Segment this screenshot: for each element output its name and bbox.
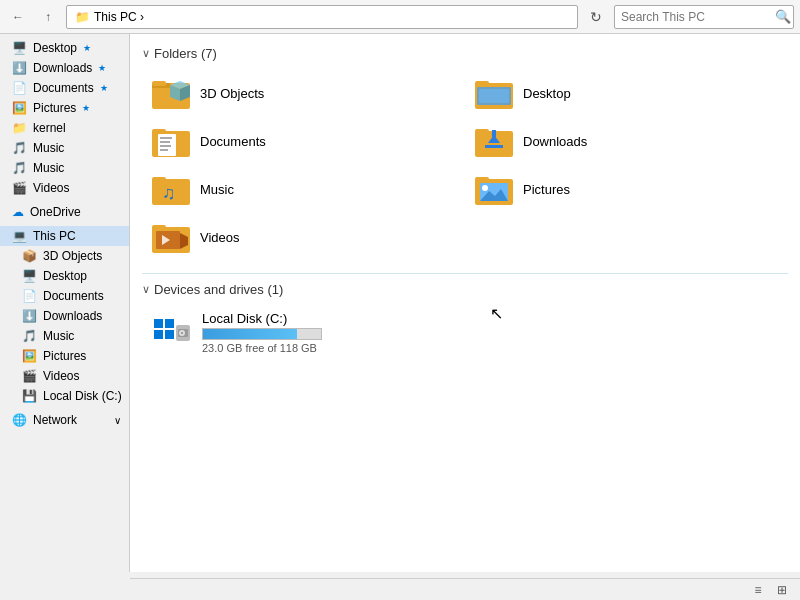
folder-icon-music: ♫ bbox=[152, 171, 192, 207]
svg-rect-13 bbox=[160, 137, 172, 139]
sidebar-label: Music bbox=[43, 329, 74, 343]
svg-rect-20 bbox=[492, 130, 496, 137]
sidebar-item-thispc[interactable]: 💻 This PC bbox=[0, 226, 129, 246]
folder-icon-documents bbox=[152, 123, 192, 159]
3d-icon: 📦 bbox=[22, 249, 37, 263]
music-icon: 🎵 bbox=[12, 141, 27, 155]
sidebar-label: Network bbox=[33, 413, 77, 427]
pin-icon: ★ bbox=[83, 43, 91, 53]
svg-rect-37 bbox=[154, 330, 163, 339]
pin-icon: ★ bbox=[82, 103, 90, 113]
svg-rect-16 bbox=[160, 149, 168, 151]
address-path[interactable]: 📁 This PC › bbox=[66, 5, 578, 29]
sidebar-label: 3D Objects bbox=[43, 249, 102, 263]
svg-point-42 bbox=[181, 332, 183, 334]
onedrive-icon: ☁ bbox=[12, 205, 24, 219]
network-icon: 🌐 bbox=[12, 413, 27, 427]
svg-rect-36 bbox=[165, 319, 174, 328]
folder-item-videos[interactable]: Videos bbox=[142, 213, 465, 261]
section-divider bbox=[142, 273, 788, 274]
refresh-button[interactable]: ↻ bbox=[584, 5, 608, 29]
svg-rect-7 bbox=[475, 81, 489, 86]
up-button[interactable]: ↑ bbox=[36, 5, 60, 29]
folder-item-music[interactable]: ♫ Music bbox=[142, 165, 465, 213]
sidebar-label: Videos bbox=[43, 369, 79, 383]
search-input[interactable] bbox=[621, 10, 771, 24]
drive-item-localdisk[interactable]: Local Disk (C:) 23.0 GB free of 118 GB bbox=[142, 305, 788, 360]
status-bar: ≡ ⊞ bbox=[130, 578, 800, 600]
sidebar-label: Music bbox=[33, 141, 64, 155]
sidebar-label: This PC bbox=[33, 229, 76, 243]
documents-icon2: 📄 bbox=[22, 289, 37, 303]
folder-item-desktop[interactable]: Desktop bbox=[465, 69, 788, 117]
sidebar-item-documents[interactable]: 📄 Documents ★ bbox=[0, 78, 129, 98]
back-button[interactable]: ← bbox=[6, 5, 30, 29]
sidebar-item-music3[interactable]: 🎵 Music bbox=[0, 326, 129, 346]
sidebar-item-desktop2[interactable]: 🖥️ Desktop bbox=[0, 266, 129, 286]
folders-section-header: Folders (7) bbox=[142, 46, 788, 61]
search-box[interactable]: 🔍 bbox=[614, 5, 794, 29]
sidebar: 🖥️ Desktop ★ ⬇️ Downloads ★ 📄 Documents … bbox=[0, 34, 130, 572]
sidebar-label: Pictures bbox=[43, 349, 86, 363]
address-text: This PC › bbox=[94, 10, 144, 24]
sidebar-label: Videos bbox=[33, 181, 69, 195]
sidebar-item-3dobjects[interactable]: 📦 3D Objects bbox=[0, 246, 129, 266]
folder-item-3dobjects[interactable]: 3D Objects bbox=[142, 69, 465, 117]
sidebar-item-pictures[interactable]: 🖼️ Pictures ★ bbox=[0, 98, 129, 118]
folder-label-pictures: Pictures bbox=[523, 182, 570, 197]
sidebar-label: Downloads bbox=[43, 309, 102, 323]
sidebar-item-documents2[interactable]: 📄 Documents bbox=[0, 286, 129, 306]
folder-label-3dobjects: 3D Objects bbox=[200, 86, 264, 101]
folder-icon-3dobjects bbox=[152, 75, 192, 111]
desktop-icon2: 🖥️ bbox=[22, 269, 37, 283]
sidebar-item-music1[interactable]: 🎵 Music bbox=[0, 138, 129, 158]
folder-item-documents[interactable]: Documents bbox=[142, 117, 465, 165]
svg-rect-15 bbox=[160, 145, 171, 147]
folder-icon-small: 📁 bbox=[75, 10, 90, 24]
folder-icon-pictures bbox=[475, 171, 515, 207]
devices-section-header: Devices and drives (1) bbox=[142, 282, 788, 297]
folder-item-pictures[interactable]: Pictures bbox=[465, 165, 788, 213]
folder-icon-downloads bbox=[475, 123, 515, 159]
folder-icon-videos bbox=[152, 219, 192, 255]
sidebar-label: Downloads bbox=[33, 61, 92, 75]
list-view-button[interactable]: ≡ bbox=[748, 581, 768, 599]
sidebar-label: Documents bbox=[43, 289, 104, 303]
svg-rect-23 bbox=[152, 177, 166, 182]
sidebar-item-downloads[interactable]: ⬇️ Downloads ★ bbox=[0, 58, 129, 78]
downloads-icon2: ⬇️ bbox=[22, 309, 37, 323]
sidebar-label: kernel bbox=[33, 121, 66, 135]
devices-header-text: Devices and drives (1) bbox=[154, 282, 283, 297]
details-view-button[interactable]: ⊞ bbox=[772, 581, 792, 599]
sidebar-item-desktop[interactable]: 🖥️ Desktop ★ bbox=[0, 38, 129, 58]
folder-label-videos: Videos bbox=[200, 230, 240, 245]
sidebar-label: Local Disk (C:) bbox=[43, 389, 122, 403]
drive-size-localdisk: 23.0 GB free of 118 GB bbox=[202, 342, 778, 354]
svg-rect-9 bbox=[479, 89, 509, 103]
sidebar-item-network[interactable]: 🌐 Network ∨ bbox=[0, 410, 129, 430]
sidebar-item-music2[interactable]: 🎵 Music bbox=[0, 158, 129, 178]
sidebar-item-videos2[interactable]: 🎬 Videos bbox=[0, 366, 129, 386]
pictures-icon: 🖼️ bbox=[12, 101, 27, 115]
pin-icon: ★ bbox=[100, 83, 108, 93]
sidebar-item-localdisk[interactable]: 💾 Local Disk (C:) bbox=[0, 386, 129, 406]
drive-name-localdisk: Local Disk (C:) bbox=[202, 311, 778, 326]
sidebar-item-kernel[interactable]: 📁 kernel bbox=[0, 118, 129, 138]
main-layout: 🖥️ Desktop ★ ⬇️ Downloads ★ 📄 Documents … bbox=[0, 34, 800, 572]
sidebar-item-downloads2[interactable]: ⬇️ Downloads bbox=[0, 306, 129, 326]
sidebar-item-videos1[interactable]: 🎬 Videos bbox=[0, 178, 129, 198]
folder-item-downloads[interactable]: Downloads bbox=[465, 117, 788, 165]
svg-rect-26 bbox=[475, 177, 489, 182]
content-area: Folders (7) 3D Objects bbox=[130, 34, 800, 572]
sidebar-item-pictures2[interactable]: 🖼️ Pictures bbox=[0, 346, 129, 366]
sidebar-label: Pictures bbox=[33, 101, 76, 115]
svg-rect-31 bbox=[152, 225, 166, 230]
folder-icon-desktop bbox=[475, 75, 515, 111]
svg-rect-18 bbox=[475, 129, 489, 134]
sidebar-label: OneDrive bbox=[30, 205, 81, 219]
sidebar-item-onedrive[interactable]: ☁ OneDrive bbox=[0, 202, 129, 222]
folder-label-desktop: Desktop bbox=[523, 86, 571, 101]
folder-label-music: Music bbox=[200, 182, 234, 197]
svg-text:♫: ♫ bbox=[162, 183, 176, 203]
svg-rect-11 bbox=[152, 129, 166, 134]
